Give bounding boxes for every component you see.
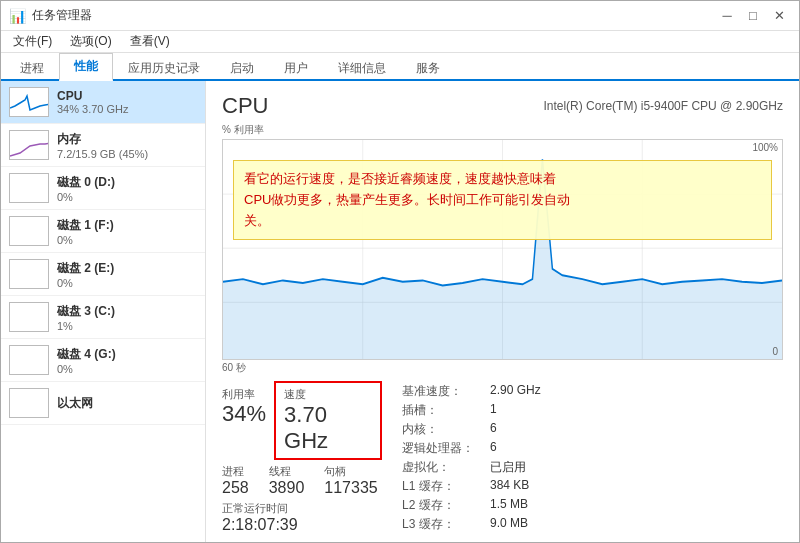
thread-block: 线程 3890: [269, 464, 305, 497]
tab-details[interactable]: 详细信息: [323, 55, 401, 81]
cpu-thumb: [9, 87, 49, 117]
sidebar-item-disk0[interactable]: 磁盘 0 (D:) 0%: [1, 167, 205, 210]
disk1-thumb: [9, 216, 49, 246]
tabs-bar: 进程 性能 应用历史记录 启动 用户 详细信息 服务: [1, 53, 799, 81]
ethernet-name: 以太网: [57, 395, 197, 412]
time-label: 60 秒: [222, 361, 783, 375]
menu-bar: 文件(F) 选项(O) 查看(V): [1, 31, 799, 53]
disk4-thumb: [9, 345, 49, 375]
l1-label: L1 缓存：: [402, 478, 474, 495]
process-thread-row: 进程 258 线程 3890 句柄 117335: [222, 464, 382, 497]
svg-rect-0: [10, 174, 49, 203]
sidebar-item-disk1[interactable]: 磁盘 1 (F:) 0%: [1, 210, 205, 253]
process-block: 进程 258: [222, 464, 249, 497]
content-area: CPU 34% 3.70 GHz 内存 7.2/15.9 GB (45%): [1, 81, 799, 542]
disk3-name: 磁盘 3 (C:): [57, 303, 197, 320]
base-speed-value: 2.90 GHz: [490, 383, 783, 400]
cpu-subtitle: Intel(R) Core(TM) i5-9400F CPU @ 2.90GHz: [543, 99, 783, 113]
maximize-button[interactable]: □: [741, 5, 765, 27]
disk0-name: 磁盘 0 (D:): [57, 174, 197, 191]
main-header: CPU Intel(R) Core(TM) i5-9400F CPU @ 2.9…: [222, 93, 783, 119]
sidebar-item-memory[interactable]: 内存 7.2/15.9 GB (45%): [1, 124, 205, 167]
chart-0-label: 0: [772, 346, 778, 357]
stats-right: 基准速度： 2.90 GHz 插槽： 1 内核： 6 逻辑处理器： 6 虚拟化：…: [382, 383, 783, 533]
app-icon: 📊: [9, 8, 26, 24]
cpu-info: CPU 34% 3.70 GHz: [57, 89, 197, 115]
socket-value: 1: [490, 402, 783, 419]
annotation-text: 看它的运行速度，是否接近睿频速度，速度越快意味着CPU做功更多，热量产生更多。长…: [244, 171, 570, 228]
tab-users[interactable]: 用户: [269, 55, 323, 81]
task-manager-window: 📊 任务管理器 ─ □ ✕ 文件(F) 选项(O) 查看(V) 进程 性能 应用…: [0, 0, 800, 543]
handle-label: 句柄: [324, 464, 377, 479]
svg-rect-4: [10, 346, 49, 375]
disk1-info: 磁盘 1 (F:) 0%: [57, 217, 197, 246]
disk3-stat: 1%: [57, 320, 197, 332]
sidebar-item-ethernet[interactable]: 以太网: [1, 382, 205, 425]
disk0-info: 磁盘 0 (D:) 0%: [57, 174, 197, 203]
disk0-thumb: [9, 173, 49, 203]
title-bar: 📊 任务管理器 ─ □ ✕: [1, 1, 799, 31]
y-axis-label: % 利用率: [222, 123, 264, 137]
process-value: 258: [222, 479, 249, 497]
annotation-overlay: 看它的运行速度，是否接近睿频速度，速度越快意味着CPU做功更多，热量产生更多。长…: [233, 160, 772, 240]
close-button[interactable]: ✕: [767, 5, 791, 27]
menu-options[interactable]: 选项(O): [62, 31, 119, 52]
svg-rect-1: [10, 217, 49, 246]
tab-performance[interactable]: 性能: [59, 53, 113, 81]
utilization-label: 利用率: [222, 387, 266, 402]
utilization-block: 利用率 34%: [222, 387, 266, 426]
cpu-name: CPU: [57, 89, 197, 103]
socket-label: 插槽：: [402, 402, 474, 419]
utilization-value: 34%: [222, 402, 266, 426]
runtime-label: 正常运行时间: [222, 501, 382, 516]
core-label: 内核：: [402, 421, 474, 438]
l2-value: 1.5 MB: [490, 497, 783, 514]
l1-value: 384 KB: [490, 478, 783, 495]
menu-file[interactable]: 文件(F): [5, 31, 60, 52]
sidebar-item-disk3[interactable]: 磁盘 3 (C:) 1%: [1, 296, 205, 339]
disk4-name: 磁盘 4 (G:): [57, 346, 197, 363]
disk3-info: 磁盘 3 (C:) 1%: [57, 303, 197, 332]
window-controls: ─ □ ✕: [715, 5, 791, 27]
memory-name: 内存: [57, 131, 197, 148]
l3-value: 9.0 MB: [490, 516, 783, 533]
disk4-info: 磁盘 4 (G:) 0%: [57, 346, 197, 375]
speed-label: 速度: [284, 387, 372, 402]
tab-services[interactable]: 服务: [401, 55, 455, 81]
memory-thumb: [9, 130, 49, 160]
logical-value: 6: [490, 440, 783, 457]
memory-stat: 7.2/15.9 GB (45%): [57, 148, 197, 160]
disk4-stat: 0%: [57, 363, 197, 375]
sidebar-item-disk2[interactable]: 磁盘 2 (E:) 0%: [1, 253, 205, 296]
disk2-name: 磁盘 2 (E:): [57, 260, 197, 277]
sidebar: CPU 34% 3.70 GHz 内存 7.2/15.9 GB (45%): [1, 81, 206, 542]
sidebar-item-disk4[interactable]: 磁盘 4 (G:) 0%: [1, 339, 205, 382]
handle-block: 句柄 117335: [324, 464, 377, 497]
l2-label: L2 缓存：: [402, 497, 474, 514]
minimize-button[interactable]: ─: [715, 5, 739, 27]
chart-100-label: 100%: [752, 142, 778, 153]
speed-box: 速度 3.70 GHz: [274, 381, 382, 460]
core-value: 6: [490, 421, 783, 438]
stats-row: 利用率 34% 速度 3.70 GHz 进程 258: [222, 381, 783, 534]
disk2-stat: 0%: [57, 277, 197, 289]
disk2-info: 磁盘 2 (E:) 0%: [57, 260, 197, 289]
virt-value: 已启用: [490, 459, 783, 476]
runtime-value: 2:18:07:39: [222, 516, 382, 534]
tab-app-history[interactable]: 应用历史记录: [113, 55, 215, 81]
l3-label: L3 缓存：: [402, 516, 474, 533]
disk1-name: 磁盘 1 (F:): [57, 217, 197, 234]
window-title: 任务管理器: [32, 7, 92, 24]
thread-label: 线程: [269, 464, 305, 479]
svg-rect-5: [10, 389, 49, 418]
menu-view[interactable]: 查看(V): [122, 31, 178, 52]
tab-process[interactable]: 进程: [5, 55, 59, 81]
main-title: CPU: [222, 93, 268, 119]
sidebar-item-cpu[interactable]: CPU 34% 3.70 GHz: [1, 81, 205, 124]
main-panel: CPU Intel(R) Core(TM) i5-9400F CPU @ 2.9…: [206, 81, 799, 542]
handle-value: 117335: [324, 479, 377, 497]
stats-left: 利用率 34% 速度 3.70 GHz 进程 258: [222, 381, 382, 534]
process-label: 进程: [222, 464, 249, 479]
tab-startup[interactable]: 启动: [215, 55, 269, 81]
sidebar-scroll[interactable]: CPU 34% 3.70 GHz 内存 7.2/15.9 GB (45%): [1, 81, 205, 542]
